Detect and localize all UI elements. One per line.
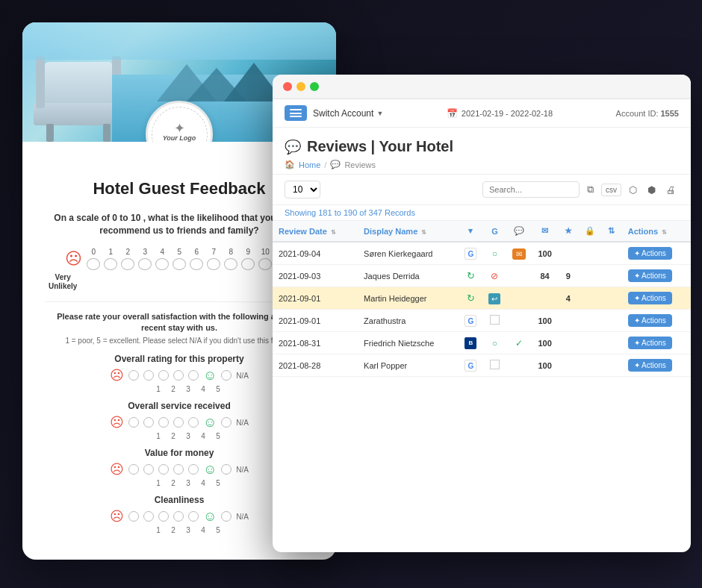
- th-google: G: [482, 221, 506, 242]
- logo-star: ✦: [174, 122, 185, 135]
- window-maximize-button[interactable]: [310, 82, 319, 91]
- nps-radio-6[interactable]: [190, 258, 203, 270]
- date-range: 📅 2021-02-19 - 2022-02-18: [447, 108, 553, 119]
- rating-radio-4-4[interactable]: [173, 511, 184, 522]
- score-badge-6: 100: [538, 361, 551, 370]
- rating-radio-3-5[interactable]: [188, 464, 199, 475]
- search-input[interactable]: [482, 181, 580, 198]
- rating-radio-1-2[interactable]: [143, 370, 154, 381]
- breadcrumb: 🏠 Home / 💬 Reviews: [285, 160, 679, 169]
- cell-spacer-1: [579, 242, 622, 265]
- toolbar-icons: ⧉ csv ⬡ ⬢ 🖨: [584, 182, 679, 197]
- rating-radio-3-2[interactable]: [143, 464, 154, 475]
- rating-radio-1-3[interactable]: [158, 370, 169, 381]
- rating-radio-2-2[interactable]: [143, 417, 154, 428]
- reviews-icon: 💬: [285, 139, 301, 155]
- per-page-select[interactable]: 10 25 50: [285, 181, 320, 198]
- th-display-name[interactable]: Display Name ⇅: [358, 221, 459, 242]
- cell-icon2-2: ⊘: [482, 265, 506, 287]
- cell-icon2-1: ○: [482, 242, 506, 265]
- rating-radio-2-na[interactable]: [221, 417, 232, 428]
- print-button[interactable]: 🖨: [663, 183, 679, 197]
- actions-button-3[interactable]: ✦ Actions: [628, 292, 672, 304]
- booking-icon-2: ↻: [467, 270, 475, 281]
- rating-radio-2-3[interactable]: [158, 417, 169, 428]
- dash-header: 💬 Reviews | Your Hotel 🏠 Home / 💬 Review…: [273, 128, 691, 175]
- actions-button-5[interactable]: ✦ Actions: [628, 337, 672, 349]
- sky: [22, 22, 336, 60]
- cell-name-2: Jaques Derrida: [358, 265, 459, 287]
- switch-account-button[interactable]: Switch Account ▼: [313, 108, 383, 119]
- window-close-button[interactable]: [283, 82, 292, 91]
- nps-radio-1[interactable]: [104, 258, 117, 270]
- th-review-date[interactable]: Review Date ⇅: [273, 221, 358, 242]
- actions-button-1[interactable]: ✦ Actions: [628, 247, 672, 260]
- pdf-button[interactable]: ⬢: [644, 183, 659, 197]
- rating-radio-3-4[interactable]: [173, 464, 184, 475]
- cell-date-1: 2021-09-04: [273, 242, 358, 265]
- cell-extra-5: [558, 332, 579, 354]
- sort-icon-name: ⇅: [421, 229, 426, 236]
- rating-radio-4-na[interactable]: [221, 511, 232, 522]
- rating-radio-1-na[interactable]: [221, 370, 232, 381]
- csv-button[interactable]: csv: [601, 184, 621, 196]
- hamburger-button[interactable]: [285, 105, 307, 121]
- cell-platform-5: B: [459, 332, 482, 354]
- rating-radio-2-5[interactable]: [188, 417, 199, 428]
- rating-radio-4-5[interactable]: [188, 511, 199, 522]
- rating-radio-4-1[interactable]: [128, 511, 139, 522]
- rating-radio-3-na[interactable]: [221, 464, 232, 475]
- chair-leg-right: [103, 124, 111, 142]
- rating-radio-3-3[interactable]: [158, 464, 169, 475]
- switch-account-arrow: ▼: [376, 110, 383, 117]
- nps-radio-8[interactable]: [224, 258, 237, 270]
- copy-button[interactable]: ⧉: [584, 182, 597, 197]
- cell-actions-5: ✦ Actions: [622, 332, 691, 354]
- nps-radio-3[interactable]: [138, 258, 152, 270]
- rating-radio-1-5[interactable]: [188, 370, 199, 381]
- hamburger-line-2: [290, 113, 302, 114]
- account-id-value: 1555: [661, 109, 679, 118]
- cell-spacer-3: [579, 287, 622, 310]
- window-minimize-button[interactable]: [296, 82, 305, 91]
- cell-date-3: 2021-09-01: [273, 287, 358, 310]
- actions-button-6[interactable]: ✦ Actions: [628, 359, 672, 372]
- rating-radio-3-1[interactable]: [128, 464, 139, 475]
- rating-radio-2-4[interactable]: [173, 417, 184, 428]
- cell-extra-1: [558, 242, 579, 265]
- rating-radio-4-3[interactable]: [158, 511, 169, 522]
- rating-radio-1-4[interactable]: [173, 370, 184, 381]
- cell-platform-1: G: [459, 242, 482, 265]
- breadcrumb-home-link[interactable]: Home: [299, 160, 320, 169]
- th-rss: ▾: [459, 221, 482, 242]
- cell-date-4: 2021-09-01: [273, 310, 358, 332]
- excel-button[interactable]: ⬡: [626, 183, 640, 197]
- rating-radio-2-1[interactable]: [128, 417, 139, 428]
- table-row: 2021-09-03 Jaques Derrida ↻ ⊘ 84 9 ✦ Act…: [273, 265, 691, 287]
- cell-score-1: 100: [532, 242, 557, 265]
- table-row: 2021-09-01 Zarathustra G 100 ✦ Actions: [273, 310, 691, 332]
- rating-happy-3: ☺: [203, 462, 217, 478]
- nps-radio-2[interactable]: [121, 258, 134, 270]
- nps-radio-5[interactable]: [173, 258, 186, 270]
- nps-radio-10[interactable]: [258, 258, 272, 270]
- breadcrumb-separator: /: [324, 160, 326, 169]
- th-star: ★: [558, 221, 579, 242]
- nps-radio-4[interactable]: [155, 258, 169, 270]
- breadcrumb-home-icon: 🏠: [285, 160, 295, 169]
- toolbar-left: 10 25 50: [285, 181, 320, 198]
- chair-back: [43, 62, 114, 105]
- rating-radio-1-1[interactable]: [128, 370, 139, 381]
- cell-icon3-4: [506, 310, 532, 332]
- nps-radio-9[interactable]: [241, 258, 255, 270]
- dash-title: 💬 Reviews | Your Hotel: [285, 138, 679, 155]
- cell-date-6: 2021-08-28: [273, 354, 358, 377]
- nps-radio-7[interactable]: [207, 258, 220, 270]
- cell-score-5: 100: [532, 332, 557, 354]
- sort-icon-date: ⇅: [331, 229, 336, 236]
- actions-button-2[interactable]: ✦ Actions: [628, 269, 672, 282]
- nps-radio-0[interactable]: [87, 258, 100, 270]
- nps-options: 0 1 2 3 4 5 6 7 8 9 10: [85, 248, 273, 270]
- actions-button-4[interactable]: ✦ Actions: [628, 314, 672, 327]
- rating-radio-4-2[interactable]: [143, 511, 154, 522]
